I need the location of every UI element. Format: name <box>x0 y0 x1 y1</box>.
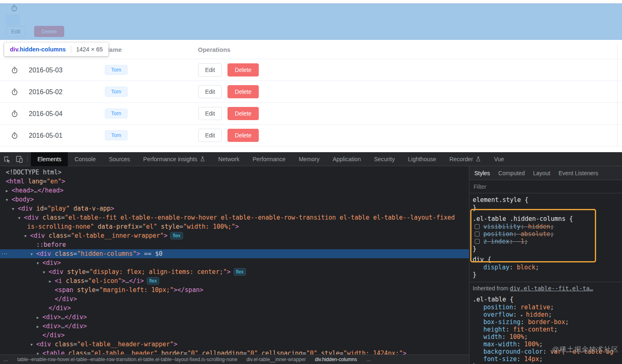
sidebar-tab-event-listeners[interactable]: Event Listeners <box>555 170 603 176</box>
breadcrumb-item[interactable]: … <box>366 357 371 362</box>
expand-arrow-icon[interactable]: ▼ <box>12 204 18 213</box>
rule-selector: element.style <box>473 196 521 204</box>
dom-token: = <box>44 205 47 212</box>
css-property[interactable]: height: fit-content; <box>473 326 622 333</box>
dom-tree-line[interactable]: ▼<div class="el-table--fit el-table--ena… <box>0 213 469 222</box>
dom-tree-line[interactable]: ▼<table class="el-table__header" border=… <box>0 349 469 355</box>
dom-token: <head> <box>12 187 34 194</box>
css-property[interactable]: display: block; <box>473 264 622 271</box>
device-toolbar-icon[interactable] <box>14 154 25 165</box>
watermark: @稀土掘金技术社区 <box>552 345 619 354</box>
tab-performance-insights[interactable]: Performance insights <box>137 152 212 166</box>
expand-arrow-icon[interactable]: ▼ <box>30 340 36 349</box>
node-menu-dots-icon[interactable]: ⋯ <box>1 249 7 258</box>
flex-badge[interactable]: flex <box>170 232 183 239</box>
dom-token: style <box>63 268 86 276</box>
dom-token: <div <box>30 232 45 239</box>
dom-token: cellspacing <box>258 350 302 355</box>
dom-tree-line[interactable]: </div> <box>0 294 469 304</box>
dom-tree-line[interactable]: ▼<div class="el-table__inner-wrapper">fl… <box>0 231 469 240</box>
delete-button[interactable]: Delete <box>227 63 259 77</box>
dom-tree-line[interactable]: <span style="margin-left: 10px;"></span> <box>0 285 469 294</box>
expand-arrow-icon[interactable]: ▼ <box>43 268 49 277</box>
css-property[interactable]: z-index: -1; <box>473 238 622 245</box>
dom-tree-line[interactable]: ▼<div id="play" data-v-app> <box>0 204 469 213</box>
flex-badge[interactable]: flex <box>147 277 160 285</box>
tab-sources[interactable]: Sources <box>102 152 137 166</box>
tab-network[interactable]: Network <box>212 152 246 166</box>
dom-token: = <box>243 350 247 355</box>
expand-arrow-icon[interactable]: ▼ <box>18 213 24 223</box>
shorthand-expand-icon[interactable]: ▸ <box>520 313 526 318</box>
sidebar-tab-styles[interactable]: Styles <box>470 170 494 176</box>
tab-security[interactable]: Security <box>367 152 402 166</box>
dom-tree-line[interactable]: ▼<div style="display: flex; align-items:… <box>0 267 469 276</box>
tab-vue[interactable]: Vue <box>487 152 511 166</box>
dom-tree-line[interactable]: is-scrolling-none" data-prefix="el" styl… <box>0 222 469 231</box>
delete-button[interactable]: Delete <box>227 85 259 98</box>
sidebar-tab-computed[interactable]: Computed <box>494 170 529 176</box>
flex-badge[interactable]: flex <box>234 268 246 276</box>
tab-console[interactable]: Console <box>68 152 102 166</box>
delete-button[interactable]: Delete <box>227 107 259 120</box>
breadcrumb-item[interactable]: div.hidden-columns <box>315 357 357 362</box>
dom-tree-line[interactable]: ▼<div> <box>0 258 469 267</box>
inherited-element-link[interactable]: div.el-table--fit.el-ta… <box>510 285 593 292</box>
dom-tree-line[interactable]: <!DOCTYPE html> <box>0 168 469 177</box>
edit-button[interactable]: Edit <box>198 63 222 77</box>
tab-application[interactable]: Application <box>326 152 368 166</box>
styles-filter-input[interactable]: Filter <box>469 180 622 193</box>
collapse-arrow-icon[interactable]: ▶ <box>37 313 42 322</box>
dom-tree-line[interactable]: ▶<div>…</div> <box>0 313 469 322</box>
tab-elements[interactable]: Elements <box>31 152 68 166</box>
dom-token: > <box>403 350 406 355</box>
expand-arrow-icon[interactable]: ▼ <box>37 349 42 355</box>
dom-tree-line[interactable]: ▶<head>…</head> <box>0 186 469 195</box>
css-property[interactable]: position: relative; <box>473 304 622 311</box>
expand-arrow-icon[interactable]: ▼ <box>24 232 30 241</box>
css-property[interactable]: position: absolute; <box>473 230 622 238</box>
delete-button[interactable]: Delete <box>227 129 259 142</box>
dom-tree-line[interactable]: ▼<div class="el-table__header-wrapper"> <box>0 340 469 349</box>
date-cell: 2016-05-04 <box>29 103 63 125</box>
dom-token: <div <box>24 214 39 221</box>
collapse-arrow-icon[interactable]: ▶ <box>37 322 42 331</box>
property-checkbox[interactable] <box>475 239 480 244</box>
dom-tree-line[interactable]: ▶<i class="el-icon">…</i>flex <box>0 276 469 285</box>
dom-tree-line[interactable]: </div> <box>0 331 469 340</box>
dom-tree-line[interactable]: </div> <box>0 304 469 313</box>
css-property[interactable]: box-sizing: border-box; <box>473 318 622 326</box>
css-property[interactable]: visibility: hidden; <box>473 223 622 230</box>
edit-button[interactable]: Edit <box>198 107 222 120</box>
css-property[interactable]: font-size: 14px; <box>473 355 622 363</box>
table-row: 2016-05-01TomEditDelete <box>0 125 622 146</box>
tab-memory[interactable]: Memory <box>292 152 326 166</box>
dom-token: ::before <box>36 241 66 248</box>
sidebar-tab-layout[interactable]: Layout <box>529 170 555 176</box>
tab-lighthouse[interactable]: Lighthouse <box>402 152 443 166</box>
dom-token: <table <box>42 350 65 355</box>
breadcrumb-item[interactable]: … <box>3 357 8 362</box>
property-checkbox[interactable] <box>475 224 480 229</box>
expand-arrow-icon[interactable]: ▼ <box>6 195 12 204</box>
edit-button[interactable]: Edit <box>198 85 222 98</box>
dom-tree-line[interactable]: <html lang="en"> <box>0 177 469 186</box>
css-property[interactable]: width: 100%; <box>473 333 622 341</box>
tab-recorder[interactable]: Recorder <box>443 152 487 166</box>
dom-tree-line[interactable]: ::before <box>0 240 469 249</box>
breadcrumb-item[interactable]: div.el-table__inner-wrapper <box>246 357 306 362</box>
dom-tree-line[interactable]: ⋯▼<div class="hidden-columns"> == $0 <box>0 249 469 258</box>
dom-tree-line[interactable]: ▼<body> <box>0 195 469 204</box>
collapse-arrow-icon[interactable]: ▶ <box>49 277 55 286</box>
inspect-element-icon[interactable] <box>2 154 12 165</box>
dom-token: data-prefix <box>94 223 139 230</box>
expand-arrow-icon[interactable]: ▼ <box>37 259 42 268</box>
collapse-arrow-icon[interactable]: ▶ <box>6 186 12 195</box>
css-property[interactable]: overflow: ▸ hidden; <box>473 311 622 318</box>
expand-arrow-icon[interactable]: ▼ <box>30 250 36 259</box>
edit-button[interactable]: Edit <box>198 129 222 142</box>
tab-performance[interactable]: Performance <box>246 152 292 166</box>
property-checkbox[interactable] <box>475 232 480 236</box>
breadcrumb-item[interactable]: table--enable-row-hover.el-table--enable… <box>17 357 237 362</box>
dom-tree-line[interactable]: ▶<div>…</div> <box>0 322 469 331</box>
